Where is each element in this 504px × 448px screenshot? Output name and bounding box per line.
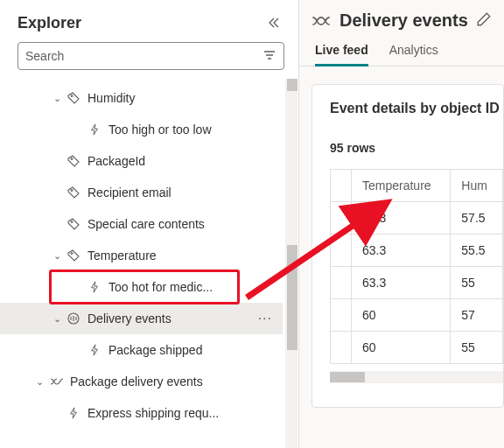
- table-row[interactable]: 63.355: [331, 267, 503, 299]
- tree: ⌄ Humidity · Too high or too low · Packa…: [0, 79, 298, 429]
- table-row[interactable]: 63.357.5: [331, 202, 503, 234]
- lightning-icon: [88, 343, 102, 357]
- flow-icon: [312, 11, 331, 31]
- tag-icon: [66, 248, 80, 262]
- collapse-sidebar-button[interactable]: [263, 12, 284, 33]
- tree-label: Too hot for medic...: [108, 280, 276, 294]
- row-count: 95 rows: [330, 141, 503, 155]
- lightning-icon: [88, 122, 102, 136]
- scrollbar-thumb[interactable]: [287, 245, 298, 350]
- table-header-temperature[interactable]: Temperature: [352, 170, 451, 202]
- tabs: Live feed Analytics: [299, 36, 504, 66]
- flow-icon: [49, 374, 63, 388]
- table-row[interactable]: 6057: [331, 299, 503, 332]
- chevron-down-icon: ⌄: [33, 376, 46, 388]
- tree-item-delivery-events[interactable]: ⌄ Delivery events ···: [0, 303, 283, 334]
- scrollbar-thumb[interactable]: [330, 372, 365, 382]
- tab-analytics[interactable]: Analytics: [389, 43, 438, 66]
- tag-icon: [66, 186, 80, 200]
- tag-icon: [66, 154, 80, 168]
- tag-icon: [66, 91, 80, 105]
- main-panel: Delivery events Live feed Analytics Even…: [299, 0, 504, 448]
- scrollbar-arrow[interactable]: [287, 79, 298, 91]
- tree-item-express-shipping[interactable]: · Express shipping requ...: [0, 397, 283, 429]
- tab-live-feed[interactable]: Live feed: [315, 43, 368, 66]
- tree-item-recipient-email[interactable]: · Recipient email: [0, 177, 283, 208]
- search-box[interactable]: [18, 42, 284, 70]
- tree-label: Express shipping requ...: [88, 406, 276, 420]
- tree-item-package-shipped[interactable]: · Package shipped: [0, 334, 283, 366]
- tree-item-too-hot[interactable]: · Too hot for medic...: [0, 271, 283, 303]
- tree-item-too-high-low[interactable]: · Too high or too low: [0, 114, 283, 145]
- chevron-down-icon: ⌄: [51, 93, 63, 104]
- lightning-icon: [88, 280, 102, 294]
- card-title: Event details by object ID: [330, 101, 503, 116]
- tree-item-humidity[interactable]: ⌄ Humidity: [0, 82, 283, 114]
- tree-item-special-care[interactable]: · Special care contents: [0, 208, 283, 240]
- tree-label: PackageId: [88, 154, 276, 168]
- tree-item-temperature[interactable]: ⌄ Temperature: [0, 240, 283, 271]
- tree-label: Delivery events: [88, 312, 255, 326]
- explorer-sidebar: Explorer ⌄ Humidity: [0, 0, 299, 448]
- table-row[interactable]: 63.355.5: [331, 234, 503, 267]
- tree-label: Recipient email: [88, 186, 276, 200]
- tag-icon: [66, 217, 80, 231]
- tree-label: Package shipped: [108, 343, 276, 357]
- lightning-icon: [66, 406, 80, 420]
- horizontal-scrollbar[interactable]: [330, 371, 503, 383]
- table-header-humidity[interactable]: Hum: [451, 170, 503, 202]
- tree-label: Temperature: [88, 248, 276, 262]
- tree-item-packageid[interactable]: · PackageId: [0, 145, 283, 177]
- stream-icon: [66, 312, 80, 326]
- page-title: Delivery events: [340, 10, 476, 31]
- edit-icon[interactable]: [476, 11, 492, 30]
- chevron-down-icon: ⌄: [51, 250, 63, 262]
- data-table: Temperature Hum 63.357.5 63.355.5 63.355…: [330, 169, 503, 364]
- tree-label: Special care contents: [88, 217, 276, 231]
- event-details-card: Event details by object ID 95 rows Tempe…: [312, 84, 504, 408]
- tree-item-package-delivery-events[interactable]: ⌄ Package delivery events: [0, 366, 283, 397]
- table-row[interactable]: 6055: [331, 332, 503, 364]
- search-input[interactable]: [25, 49, 262, 63]
- tree-label: Package delivery events: [70, 374, 276, 388]
- table-header-blank: [331, 170, 352, 202]
- chevron-down-icon: ⌄: [51, 313, 63, 325]
- tree-label: Too high or too low: [108, 122, 276, 136]
- tree-label: Humidity: [88, 91, 276, 105]
- chevron-double-left-icon: [267, 16, 281, 30]
- more-button[interactable]: ···: [255, 311, 276, 326]
- filter-icon[interactable]: [262, 48, 276, 65]
- sidebar-title: Explorer: [18, 14, 81, 32]
